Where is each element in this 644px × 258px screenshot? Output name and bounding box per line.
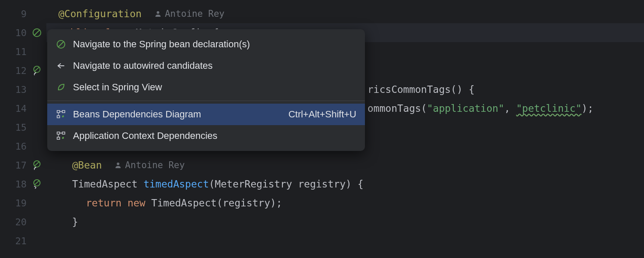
code-line[interactable]: } [58,212,644,231]
gutter-row: 11 [0,42,46,61]
gutter-actions-popup: Navigate to the Spring bean declaration(… [47,29,365,151]
author-icon [155,10,162,18]
code-line[interactable] [58,231,644,250]
annotation: @Configuration [58,8,142,19]
author-icon [115,161,122,169]
svg-rect-13 [62,111,65,113]
spring-bean-icon [56,39,66,49]
svg-point-9 [117,163,119,165]
popup-item-beans-diagram[interactable]: Beans Dependencies Diagram Ctrl+Alt+Shif… [47,104,365,125]
line-number: 20 [15,217,27,227]
popup-item-navigate-bean[interactable]: Navigate to the Spring bean declaration(… [47,34,365,55]
code-line[interactable]: @Bean Antoine Rey [58,156,644,175]
gutter-row: 16 [0,137,46,156]
gutter: 9 10 11 12 13 14 15 [0,0,46,258]
diagram-icon [56,109,66,120]
line-number: 10 [15,28,27,38]
line-number: 9 [21,9,27,19]
popup-item-label: Navigate to the Spring bean declaration(… [73,39,356,50]
line-number: 11 [15,46,27,57]
diagram-icon [56,131,66,141]
gutter-row: 15 [0,118,46,137]
svg-line-11 [58,42,64,47]
code-line[interactable]: return new TimedAspect(registry); [58,194,644,212]
popup-item-shortcut: Ctrl+Alt+Shift+U [289,109,356,120]
svg-rect-16 [62,132,65,134]
spring-autowired-icon[interactable] [32,65,42,76]
arrow-back-icon [56,61,66,71]
code-line[interactable]: TimedAspect timedAspect (MeterRegistry r… [58,175,644,194]
popup-item-label: Navigate to autowired candidates [73,60,356,71]
spring-bean-icon[interactable] [32,28,42,38]
annotation: @Bean [72,160,102,171]
gutter-row[interactable]: 10 [0,23,46,42]
popup-item-label: Select in Spring View [73,82,356,93]
gutter-row[interactable]: 12 [0,61,46,80]
spring-autowired-icon[interactable] [32,160,42,170]
line-number: 16 [15,141,27,152]
line-number: 15 [15,122,27,133]
svg-rect-15 [57,132,60,134]
popup-item-app-context-deps[interactable]: Application Context Dependencies [47,125,365,147]
line-number: 17 [15,160,27,171]
popup-item-navigate-autowired[interactable]: Navigate to autowired candidates [47,55,365,77]
gutter-row: 14 [0,99,46,118]
author-hint[interactable]: Antoine Rey [165,9,225,19]
spring-navigate-icon[interactable] [32,179,42,189]
svg-line-1 [34,30,39,35]
gutter-row: 21 [0,231,46,250]
svg-line-3 [34,68,39,71]
line-number: 14 [15,103,27,114]
code-line[interactable]: @Configuration Antoine Rey [58,4,644,23]
gutter-row: 9 [0,4,46,23]
line-number: 21 [15,236,27,246]
svg-rect-12 [57,111,60,113]
svg-rect-17 [57,137,60,139]
gutter-row[interactable]: 17 [0,156,46,175]
line-number: 19 [15,198,27,209]
line-number: 12 [15,65,27,76]
popup-divider [47,101,365,101]
svg-rect-14 [57,116,60,118]
gutter-row: 19 [0,194,46,212]
spring-leaf-icon [56,82,66,92]
line-number: 13 [15,84,27,95]
line-number: 18 [15,179,27,190]
svg-line-5 [34,162,39,166]
popup-item-label: Application Context Dependencies [73,130,356,141]
gutter-row: 13 [0,80,46,99]
gutter-row: 20 [0,212,46,231]
svg-point-8 [157,11,159,14]
gutter-row[interactable]: 18 [0,175,46,194]
svg-line-7 [34,181,39,185]
popup-item-label: Beans Dependencies Diagram [73,109,289,120]
author-hint[interactable]: Antoine Rey [125,160,185,170]
popup-item-select-spring-view[interactable]: Select in Spring View [47,77,365,98]
